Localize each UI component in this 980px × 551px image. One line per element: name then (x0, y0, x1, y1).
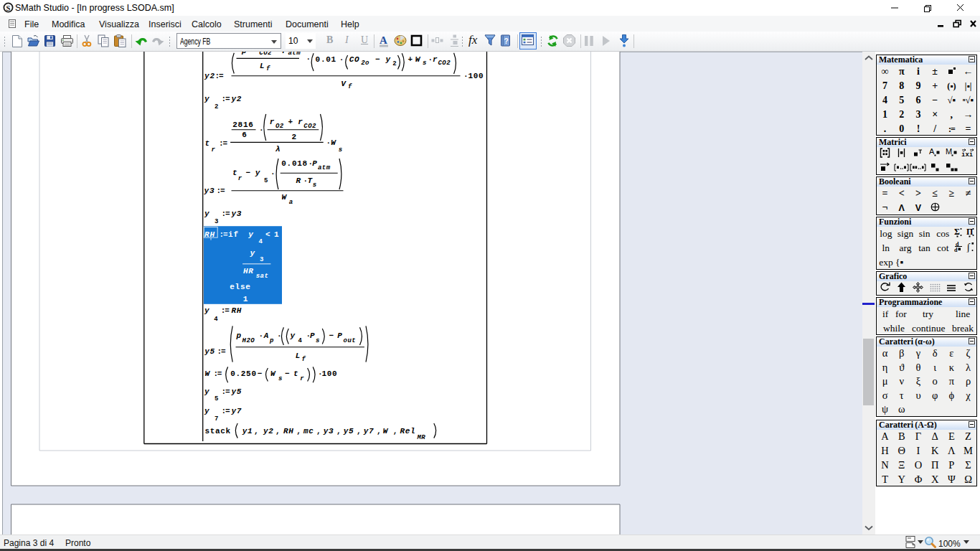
svg-text:4: 4 (298, 337, 302, 344)
svg-text::=: := (217, 347, 226, 356)
svg-text:0.01: 0.01 (316, 55, 336, 64)
svg-text:A: A (263, 331, 269, 340)
svg-text:M: M (946, 148, 952, 156)
svg-text:2816: 2816 (232, 121, 253, 129)
svg-text:r: r (212, 146, 216, 154)
svg-text:RH: RH (204, 230, 215, 239)
svg-text:,: , (336, 427, 341, 435)
svg-text:r: r (300, 375, 304, 382)
svg-text:RH: RH (232, 306, 242, 315)
svg-text:−: − (329, 331, 334, 340)
svg-text:2: 2 (215, 103, 219, 110)
svg-text:y5: y5 (231, 387, 242, 396)
svg-text:HR: HR (243, 267, 254, 276)
svg-text:Π: Π (966, 227, 974, 237)
svg-text:<: < (265, 230, 270, 239)
svg-text:p: p (235, 331, 241, 340)
svg-text:y7: y7 (363, 427, 374, 435)
svg-text:,: , (254, 427, 259, 435)
svg-text:p: p (241, 52, 247, 55)
svg-text:y: y (255, 169, 260, 177)
svg-text:t: t (205, 139, 210, 148)
svg-text:a: a (289, 199, 293, 206)
svg-text:+: + (288, 118, 293, 126)
svg-text:CO2: CO2 (438, 60, 451, 67)
svg-text::=: := (222, 387, 230, 396)
svg-text:CO: CO (349, 55, 360, 64)
svg-text:λ: λ (275, 145, 281, 154)
svg-text:·: · (277, 52, 282, 55)
svg-text:RH: RH (283, 427, 294, 435)
svg-text:?: ? (504, 37, 508, 45)
svg-text:y: y (204, 387, 209, 396)
svg-text:100: 100 (321, 369, 337, 378)
svg-text:6: 6 (242, 131, 247, 139)
svg-text:L: L (260, 62, 265, 70)
svg-text:1: 1 (274, 230, 279, 239)
svg-text:y2: y2 (204, 72, 215, 80)
svg-text:p: p (269, 337, 274, 344)
svg-text:y5: y5 (204, 347, 215, 356)
svg-text:5: 5 (215, 395, 219, 402)
svg-text:y: y (204, 407, 209, 415)
svg-text:t: t (232, 169, 237, 177)
svg-text:y3: y3 (204, 187, 215, 195)
svg-text:Σ: Σ (954, 227, 960, 237)
svg-text:y1: y1 (242, 427, 253, 435)
svg-text:y: y (204, 95, 209, 103)
svg-text:,: , (296, 427, 301, 435)
svg-text:·: · (339, 55, 344, 64)
svg-text:y: y (204, 306, 209, 315)
svg-text:−: − (246, 169, 251, 177)
svg-text::=: := (217, 187, 225, 195)
svg-text::=: := (213, 369, 222, 378)
svg-text:5: 5 (264, 177, 268, 184)
svg-text:r: r (298, 118, 303, 126)
svg-text:y: y (204, 209, 209, 218)
svg-text:atm: atm (288, 52, 301, 57)
svg-text:MR: MR (417, 434, 426, 441)
svg-text:y5: y5 (343, 427, 354, 435)
svg-text:CO2: CO2 (303, 123, 316, 130)
svg-text:out: out (344, 337, 357, 344)
svg-text:V: V (341, 80, 347, 88)
svg-text:if: if (228, 230, 239, 239)
svg-text:P: P (337, 331, 342, 340)
svg-text:r: r (238, 175, 242, 182)
svg-text:t: t (293, 369, 298, 378)
svg-text:·: · (306, 55, 311, 63)
svg-text:−: − (258, 369, 263, 378)
svg-text:3: 3 (260, 256, 264, 263)
svg-text:y3: y3 (231, 209, 242, 218)
svg-text:y2: y2 (263, 427, 274, 435)
svg-text:2: 2 (291, 133, 296, 141)
svg-text:mc: mc (303, 427, 314, 435)
svg-text:s: s (278, 375, 283, 382)
svg-text:y3: y3 (323, 427, 334, 435)
svg-text:s: s (423, 60, 427, 67)
svg-text:W: W (282, 193, 288, 202)
svg-text:,: , (393, 427, 398, 435)
svg-text:4: 4 (214, 316, 218, 323)
svg-text:,: , (275, 427, 281, 435)
svg-text:y7: y7 (231, 407, 242, 415)
svg-text:100: 100 (468, 72, 484, 80)
svg-text:W: W (205, 369, 211, 378)
svg-text:y: y (289, 331, 295, 340)
svg-text:y: y (250, 249, 255, 258)
svg-text::=: := (221, 306, 230, 315)
svg-text:W: W (383, 427, 389, 435)
svg-text:0.018: 0.018 (281, 159, 308, 168)
svg-text:W: W (270, 369, 276, 378)
svg-text:s: s (316, 337, 320, 344)
svg-text:S: S (6, 4, 11, 12)
svg-text:A: A (380, 34, 387, 46)
svg-text:R: R (296, 176, 301, 185)
svg-text:7: 7 (215, 415, 219, 423)
svg-text:0.250: 0.250 (230, 369, 257, 378)
svg-text:P: P (312, 159, 317, 168)
svg-text::=: := (215, 72, 224, 80)
svg-text:f: f (302, 356, 306, 363)
svg-text:4: 4 (258, 238, 263, 245)
svg-text:y2: y2 (231, 95, 242, 103)
